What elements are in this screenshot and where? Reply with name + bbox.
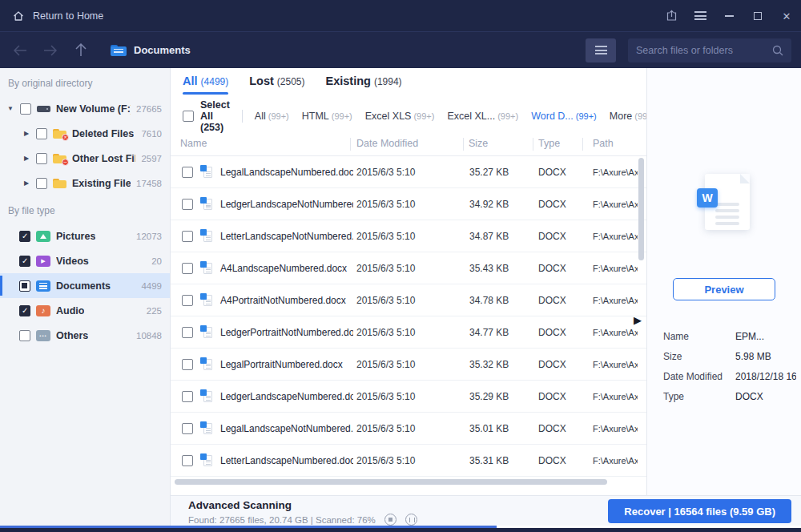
column-divider[interactable] xyxy=(533,138,533,151)
detail-label: Date Modified xyxy=(663,371,735,382)
close-button[interactable] xyxy=(772,0,801,32)
file-type: DOCX xyxy=(538,199,566,210)
tree-checkbox[interactable] xyxy=(36,178,47,189)
column-header-path[interactable]: Path xyxy=(593,138,614,149)
close-icon xyxy=(783,9,791,23)
back-button[interactable] xyxy=(11,42,29,59)
filter-chip[interactable]: HTML(99+) xyxy=(302,111,352,122)
minimize-button[interactable] xyxy=(714,0,743,32)
file-path: F:\Axure\Axur xyxy=(593,360,638,369)
row-checkbox[interactable] xyxy=(182,423,193,434)
row-checkbox[interactable] xyxy=(182,263,193,274)
navbar: Documents xyxy=(0,32,801,68)
menu-button[interactable] xyxy=(686,0,714,32)
filetype-item[interactable]: Audio 225 xyxy=(0,298,170,323)
filetype-checkbox[interactable] xyxy=(19,280,30,292)
detail-value: DOCX xyxy=(735,391,763,402)
filetype-item[interactable]: Videos 20 xyxy=(0,248,170,273)
column-divider[interactable] xyxy=(582,138,583,151)
filetype-item[interactable]: Documents 4499 xyxy=(0,273,170,298)
table-row[interactable]: LedgerLandscapeNumbered.docx 2015/6/3 5:… xyxy=(171,381,646,413)
filetype-label: Pictures xyxy=(56,231,95,242)
filetype-item[interactable]: Others 10848 xyxy=(0,323,170,348)
maximize-button[interactable] xyxy=(743,0,772,32)
directory-tree-item[interactable]: ▼ New Volume (F:) 27665 xyxy=(0,96,170,121)
filetype-checkbox[interactable] xyxy=(19,231,30,242)
filter-chip[interactable]: All(99+) xyxy=(255,111,289,122)
folder-badge-icon xyxy=(62,159,69,166)
row-checkbox[interactable] xyxy=(182,327,193,338)
collapse-panel-icon[interactable] xyxy=(634,312,642,327)
table-row[interactable]: LegalPortraitNumbered.docx 2015/6/3 5:10… xyxy=(171,349,646,381)
filetype-checkbox[interactable] xyxy=(19,305,30,316)
table-row[interactable]: A4PortraitNotNumbered.docx 2015/6/3 5:10… xyxy=(171,284,646,316)
titlebar: Return to Home xyxy=(0,0,801,32)
return-to-home-button[interactable]: Return to Home xyxy=(0,0,115,31)
directory-tree-item[interactable]: ▶ Deleted Files 7610 xyxy=(0,121,170,146)
table-row[interactable]: LedgerLandscapeNotNumbered.... 2015/6/3 … xyxy=(171,188,646,220)
result-tab[interactable]: Existing(1994) xyxy=(326,75,402,95)
filetype-checkbox[interactable] xyxy=(19,256,30,267)
tree-item-count: 27665 xyxy=(136,104,170,114)
row-checkbox[interactable] xyxy=(182,455,193,466)
doc-page-icon: W xyxy=(705,174,750,230)
tree-item-label: New Volume (F:) xyxy=(56,103,131,115)
filter-chip[interactable]: Word D...(99+) xyxy=(531,111,597,122)
expander-icon[interactable]: ▶ xyxy=(22,179,30,187)
tree-checkbox[interactable] xyxy=(36,128,47,139)
row-checkbox[interactable] xyxy=(182,231,193,242)
table-row[interactable]: LedgerPortraitNotNumbered.docx 2015/6/3 … xyxy=(171,316,646,349)
column-header-date[interactable]: Date Modified xyxy=(356,138,418,149)
preview-button[interactable]: Preview xyxy=(673,278,775,300)
pause-scan-button[interactable] xyxy=(405,514,417,526)
row-checkbox[interactable] xyxy=(182,199,193,210)
row-checkbox[interactable] xyxy=(182,359,193,370)
column-header-size[interactable]: Size xyxy=(469,138,488,149)
row-checkbox[interactable] xyxy=(182,295,193,306)
vertical-scrollbar[interactable] xyxy=(638,158,644,260)
file-date-modified: 2015/6/3 5:10 xyxy=(356,295,415,306)
directory-tree-item[interactable]: ▶ Existing Files 17458 xyxy=(0,171,170,195)
filetype-item[interactable]: Pictures 12073 xyxy=(0,224,170,248)
result-tab[interactable]: Lost(2505) xyxy=(249,75,304,95)
table-row[interactable]: A4LandscapeNumbered.docx 2015/6/3 5:10 3… xyxy=(171,252,646,284)
up-button[interactable] xyxy=(72,42,90,59)
column-header-type[interactable]: Type xyxy=(538,138,560,149)
directory-tree-item[interactable]: ▶ Other Lost Files 2597 xyxy=(0,146,170,171)
file-date-modified: 2015/6/3 5:10 xyxy=(356,199,415,210)
share-button[interactable] xyxy=(657,0,686,32)
file-details: Name EPM... Size 5.98 MB Date Modified 2… xyxy=(663,326,796,406)
table-row[interactable]: LetterLandscapeNotNumbered.d... 2015/6/3… xyxy=(171,220,646,252)
select-all-control[interactable]: Select All (253) xyxy=(183,99,230,133)
expander-icon[interactable]: ▼ xyxy=(6,105,14,112)
table-row[interactable]: LetterLandscapeNumbered.docx 2015/6/3 5:… xyxy=(171,445,646,477)
tree-checkbox[interactable] xyxy=(36,153,47,164)
table-row[interactable]: LegalLandscapeNotNumbered.d... 2015/6/3 … xyxy=(171,413,646,445)
recover-button[interactable]: Recover | 16564 files (9.59 GB) xyxy=(608,499,791,523)
column-header-name[interactable]: Name xyxy=(180,138,207,149)
sidebar: By original directory ▼ New Volume (F:) … xyxy=(0,68,171,526)
horizontal-scrollbar[interactable] xyxy=(175,479,607,485)
filetype-checkbox[interactable] xyxy=(19,330,30,341)
forward-button[interactable] xyxy=(42,42,59,59)
expander-icon[interactable]: ▶ xyxy=(22,130,30,137)
column-divider[interactable] xyxy=(463,138,464,151)
progress-track xyxy=(0,528,801,532)
row-checkbox[interactable] xyxy=(182,391,193,402)
search-input[interactable] xyxy=(636,45,766,56)
filter-menu-button[interactable] xyxy=(586,38,616,62)
column-divider[interactable] xyxy=(350,138,351,151)
tree-checkbox[interactable] xyxy=(20,103,31,115)
chip-label: All xyxy=(255,111,266,122)
result-tab[interactable]: All(4499) xyxy=(183,75,228,95)
filter-chip[interactable]: Excel XLS(99+) xyxy=(365,111,435,122)
table-row[interactable]: LegalLandscapeNumbered.docx 2015/6/3 5:1… xyxy=(171,156,646,188)
filetype-label: Audio xyxy=(56,305,84,316)
file-date-modified: 2015/6/3 5:10 xyxy=(356,167,415,178)
select-all-checkbox[interactable] xyxy=(183,111,194,122)
expander-icon[interactable]: ▶ xyxy=(22,155,30,162)
search-icon[interactable] xyxy=(772,45,783,56)
row-checkbox[interactable] xyxy=(182,167,193,178)
stop-scan-button[interactable] xyxy=(384,514,396,526)
filter-chip[interactable]: Excel XL...(99+) xyxy=(447,111,518,122)
